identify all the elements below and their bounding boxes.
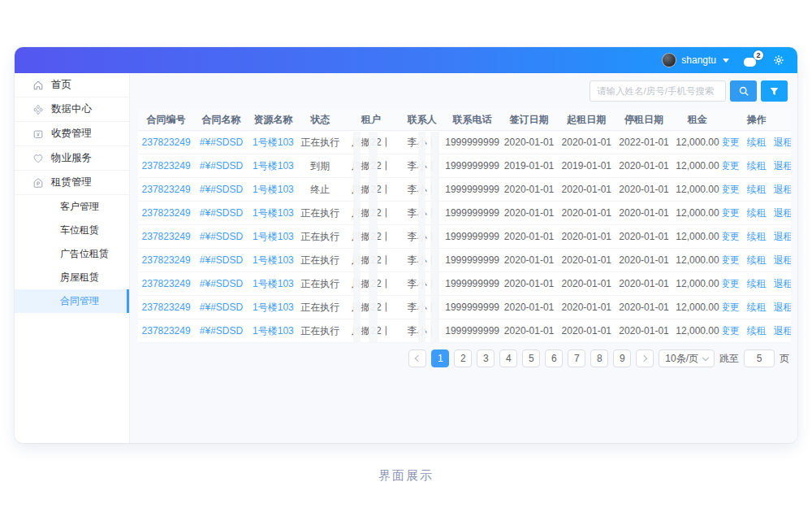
user-menu[interactable]: shangtu xyxy=(662,53,729,67)
action-renew[interactable]: 续租 xyxy=(747,206,767,220)
action-change[interactable]: 变更 xyxy=(723,324,740,338)
sign-date: 2020-01-01 xyxy=(500,137,558,148)
sidebar-item-label: 收费管理 xyxy=(51,127,92,141)
row-actions: 变更续租退租 xyxy=(723,301,791,315)
contract-name[interactable]: #¥#SDSD xyxy=(194,160,248,172)
contract-number[interactable]: 237823249 xyxy=(138,302,194,313)
page-button-3[interactable]: 3 xyxy=(477,350,495,367)
resource-name[interactable]: 1号楼103 xyxy=(248,277,298,291)
contract-name[interactable]: #¥#SDSD xyxy=(194,231,248,242)
resource-name[interactable]: 1号楼103 xyxy=(248,183,298,197)
contract-number[interactable]: 237823249 xyxy=(138,160,194,172)
action-change[interactable]: 变更 xyxy=(723,159,740,173)
sidebar-subitem-3[interactable]: 房屋租赁 xyxy=(15,266,129,289)
chevron-right-icon xyxy=(641,355,647,362)
page-button-5[interactable]: 5 xyxy=(522,350,540,367)
page-button-6[interactable]: 6 xyxy=(545,350,563,367)
next-page-button[interactable] xyxy=(636,350,654,367)
contract-name[interactable]: #¥#SDSD xyxy=(194,302,248,313)
resource-name[interactable]: 1号楼103 xyxy=(248,324,298,338)
page-button-4[interactable]: 4 xyxy=(499,350,517,367)
contract-name[interactable]: #¥#SDSD xyxy=(194,254,248,266)
contract-name[interactable]: #¥#SDSD xyxy=(194,325,248,336)
action-change[interactable]: 变更 xyxy=(723,277,740,291)
pagination-pages: 123456789 xyxy=(431,350,631,367)
action-renew[interactable]: 续租 xyxy=(747,183,767,197)
action-change[interactable]: 变更 xyxy=(723,183,740,197)
search-input[interactable] xyxy=(590,80,726,102)
sidebar-item-data-center[interactable]: 数据中心 xyxy=(15,98,129,122)
sidebar-item-rental-management[interactable]: 租赁管理 xyxy=(15,171,129,195)
page-button-1[interactable]: 1 xyxy=(431,350,449,367)
action-return[interactable]: 退租 xyxy=(774,136,791,150)
page-size-select[interactable]: 10条/页 xyxy=(659,350,715,367)
avatar[interactable] xyxy=(662,53,676,67)
search-button[interactable] xyxy=(730,80,757,102)
resource-name[interactable]: 1号楼103 xyxy=(248,230,298,244)
sidebar-item-fee-management[interactable]: 收费管理 xyxy=(15,122,129,146)
action-return[interactable]: 退租 xyxy=(774,277,791,291)
page-button-7[interactable]: 7 xyxy=(568,350,585,367)
action-renew[interactable]: 续租 xyxy=(747,301,767,315)
jump-page-input[interactable] xyxy=(744,350,775,367)
contract-number[interactable]: 237823249 xyxy=(138,278,194,289)
settings-button[interactable] xyxy=(773,54,784,66)
status: 正在执行 xyxy=(298,324,343,338)
table-row: 237823249#¥#SDSD1号楼103正在执行川撒22丨李小丨199999… xyxy=(138,272,791,296)
action-return[interactable]: 退租 xyxy=(774,183,791,197)
sidebar-subitem-2[interactable]: 广告位租赁 xyxy=(15,242,129,266)
action-return[interactable]: 退租 xyxy=(774,206,791,220)
rent-end-date: 2020-01-01 xyxy=(615,160,673,172)
contract-name[interactable]: #¥#SDSD xyxy=(194,184,248,195)
action-return[interactable]: 退租 xyxy=(774,254,791,267)
contract-number[interactable]: 237823249 xyxy=(138,254,194,266)
contract-number[interactable]: 237823249 xyxy=(138,207,194,219)
contract-name[interactable]: #¥#SDSD xyxy=(194,278,248,289)
action-return[interactable]: 退租 xyxy=(774,230,791,244)
sidebar-subitem-4[interactable]: 合同管理 xyxy=(15,289,129,313)
sidebar: 首页 数据中心 收费管理 物业服务 租赁管理 客户管理车位租赁广告位租赁房屋租赁… xyxy=(15,73,130,443)
sidebar-subitem-1[interactable]: 车位租赁 xyxy=(15,219,129,242)
rent-end-date: 2020-01-01 xyxy=(615,278,673,289)
action-renew[interactable]: 续租 xyxy=(747,324,767,338)
resource-name[interactable]: 1号楼103 xyxy=(248,254,298,267)
filter-button[interactable] xyxy=(761,80,788,102)
resource-name[interactable]: 1号楼103 xyxy=(248,136,298,150)
resource-name[interactable]: 1号楼103 xyxy=(248,206,298,220)
sidebar-item-home[interactable]: 首页 xyxy=(15,73,129,98)
page-button-9[interactable]: 9 xyxy=(613,350,631,367)
sidebar-item-label: 物业服务 xyxy=(51,151,92,165)
contract-number[interactable]: 237823249 xyxy=(138,231,194,242)
action-change[interactable]: 变更 xyxy=(723,230,740,244)
contract-name[interactable]: #¥#SDSD xyxy=(194,207,248,219)
action-return[interactable]: 退租 xyxy=(774,159,791,173)
action-renew[interactable]: 续租 xyxy=(747,136,767,150)
action-change[interactable]: 变更 xyxy=(723,301,740,315)
contract-name[interactable]: #¥#SDSD xyxy=(194,137,248,148)
resource-name[interactable]: 1号楼103 xyxy=(248,159,298,173)
action-change[interactable]: 变更 xyxy=(723,254,740,267)
action-renew[interactable]: 续租 xyxy=(747,159,767,173)
contract-number[interactable]: 237823249 xyxy=(138,184,194,195)
action-change[interactable]: 变更 xyxy=(723,206,740,220)
messages-button[interactable]: 2 xyxy=(744,53,762,67)
action-return[interactable]: 退租 xyxy=(774,301,791,315)
tenant: 川撒22丨 xyxy=(343,183,400,197)
action-return[interactable]: 退租 xyxy=(774,324,791,338)
action-change[interactable]: 变更 xyxy=(723,136,740,150)
action-renew[interactable]: 续租 xyxy=(747,277,767,291)
contract-number[interactable]: 237823249 xyxy=(138,325,194,336)
sidebar-item-label: 租赁管理 xyxy=(51,176,92,189)
sidebar-item-property-service[interactable]: 物业服务 xyxy=(15,146,129,171)
page-button-2[interactable]: 2 xyxy=(454,350,472,367)
contract-number[interactable]: 237823249 xyxy=(138,137,194,148)
contact-phone: 1999999999 xyxy=(444,231,500,242)
table-row: 237823249#¥#SDSD1号楼103正在执行川撒22丨李小丨199999… xyxy=(138,225,791,249)
page-button-8[interactable]: 8 xyxy=(590,350,608,367)
resource-name[interactable]: 1号楼103 xyxy=(248,301,298,315)
action-renew[interactable]: 续租 xyxy=(747,254,767,267)
table-row: 237823249#¥#SDSD1号楼103正在执行川撒22丨李小丨199999… xyxy=(138,319,791,343)
sidebar-subitem-0[interactable]: 客户管理 xyxy=(15,195,129,219)
action-renew[interactable]: 续租 xyxy=(747,230,767,244)
prev-page-button[interactable] xyxy=(408,350,426,367)
